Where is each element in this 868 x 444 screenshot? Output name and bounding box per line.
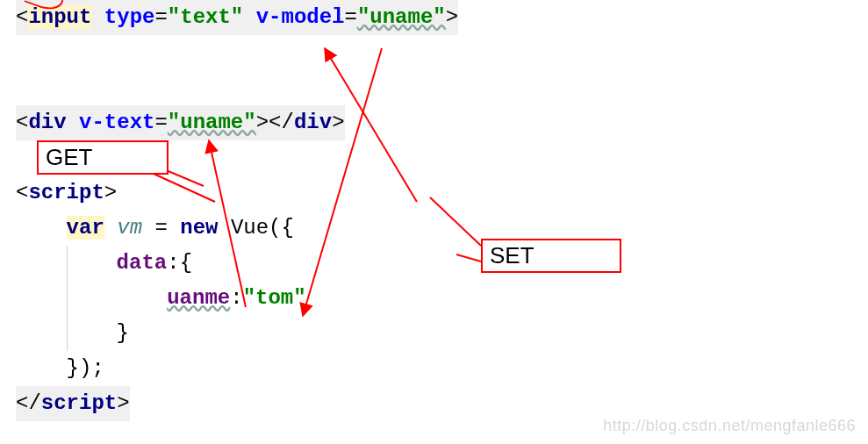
- code-line: uanme:"tom": [16, 281, 868, 316]
- code-line: var vm = new Vue({: [16, 211, 868, 246]
- blank-line: [16, 70, 868, 105]
- code-editor: <input type="text" v-model="uname"> <div…: [0, 0, 868, 421]
- code-line: });: [16, 351, 868, 386]
- watermark: http://blog.csdn.net/mengfanle666: [603, 417, 856, 435]
- code-line: </script>: [16, 386, 130, 421]
- code-line: data:{: [16, 246, 868, 281]
- get-callout: GET: [37, 140, 169, 175]
- set-callout: SET: [481, 239, 621, 273]
- code-line: <script>: [16, 175, 868, 211]
- code-line: }: [16, 316, 868, 351]
- blank-line: [16, 35, 868, 70]
- code-line: <input type="text" v-model="uname">: [16, 0, 868, 35]
- code-line: <div v-text="uname"></div>: [16, 105, 868, 140]
